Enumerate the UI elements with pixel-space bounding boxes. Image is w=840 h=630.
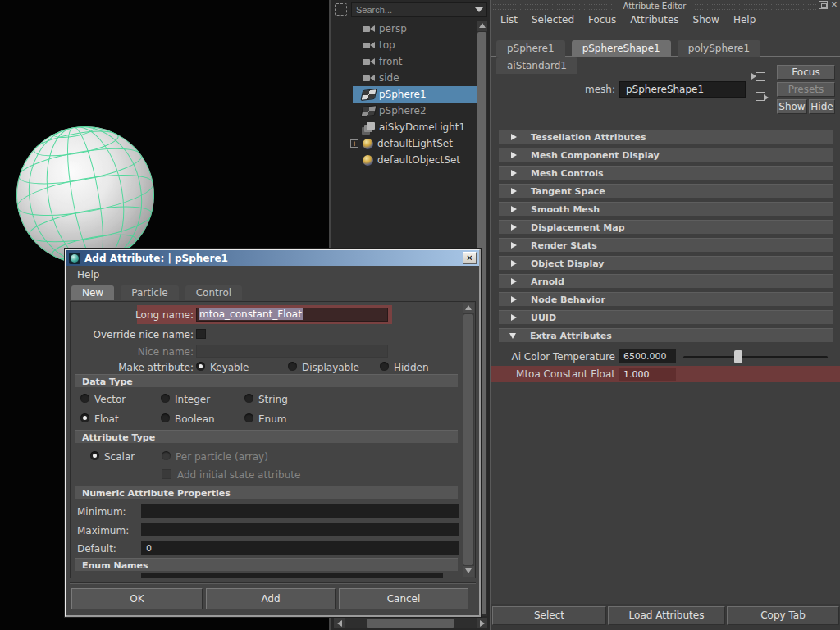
- outliner-item-persp[interactable]: persp: [331, 21, 477, 37]
- section-arnold[interactable]: Arnold: [499, 274, 833, 288]
- mesh-name-field[interactable]: pSphereShape1: [619, 81, 746, 98]
- outliner-item-top[interactable]: top: [331, 37, 477, 53]
- make-attribute-label: Make attribute:: [71, 362, 194, 373]
- menu-show[interactable]: Show: [693, 14, 719, 27]
- float-radio[interactable]: [80, 413, 89, 422]
- menu-focus[interactable]: Focus: [588, 14, 616, 27]
- hidden-label: Hidden: [394, 362, 429, 373]
- cancel-button[interactable]: Cancel: [339, 588, 468, 609]
- menu-selected[interactable]: Selected: [532, 14, 574, 27]
- presets-button[interactable]: Presets: [777, 82, 835, 97]
- ai-color-temperature-slider[interactable]: [683, 356, 828, 358]
- maya-logo-icon: [69, 253, 80, 264]
- default-input[interactable]: 0: [141, 541, 459, 555]
- section-label: Smooth Mesh: [531, 204, 600, 215]
- close-icon[interactable]: ✕: [829, 0, 839, 10]
- override-nice-name-checkbox[interactable]: [196, 329, 206, 339]
- dialog-close-icon[interactable]: ✕: [463, 252, 477, 264]
- dialog-vertical-scrollbar[interactable]: [463, 303, 474, 577]
- displayable-radio[interactable]: [288, 362, 297, 371]
- menu-attributes[interactable]: Attributes: [630, 14, 678, 27]
- section-uuid[interactable]: UUID: [499, 310, 833, 324]
- attribute-type-header[interactable]: Attribute Type: [75, 430, 458, 443]
- select-button[interactable]: Select: [492, 606, 606, 625]
- tab-aistandard1[interactable]: aiStandard1: [496, 57, 578, 74]
- outliner-item-defaultlightset[interactable]: + defaultLightSet: [331, 135, 477, 152]
- psphere-wireframe-object[interactable]: [15, 123, 156, 267]
- dialog-titlebar[interactable]: Add Attribute: | pSphere1 ✕: [66, 250, 479, 266]
- enum-names-list[interactable]: [141, 573, 443, 578]
- section-label: Extra Attributes: [530, 331, 612, 341]
- outliner-item-front[interactable]: front: [331, 53, 477, 70]
- string-radio[interactable]: [244, 394, 253, 403]
- tab-control[interactable]: Control: [185, 285, 242, 300]
- enum-names-header[interactable]: Enum Names: [75, 558, 458, 571]
- vector-radio[interactable]: [80, 394, 89, 403]
- scroll-up-icon[interactable]: [463, 303, 474, 313]
- outliner-item-psphere2[interactable]: pSphere2: [331, 103, 477, 119]
- scrollbar-thumb[interactable]: [463, 314, 473, 565]
- tab-psphereshape1[interactable]: pSphereShape1: [572, 40, 671, 57]
- long-name-input[interactable]: mtoa_constant_Float: [196, 308, 388, 322]
- add-button[interactable]: Add: [206, 588, 336, 609]
- section-mesh-component-display[interactable]: Mesh Component Display: [499, 148, 833, 162]
- maximum-input[interactable]: [141, 523, 459, 536]
- output-connection-icon[interactable]: [751, 90, 765, 102]
- section-object-display[interactable]: Object Display: [499, 256, 833, 270]
- set-icon: [363, 155, 373, 166]
- scroll-right-icon[interactable]: [477, 618, 487, 628]
- section-tessellation-attributes[interactable]: Tessellation Attributes: [499, 130, 833, 144]
- camera-icon: [363, 58, 375, 66]
- section-extra-attributes[interactable]: Extra Attributes: [499, 328, 833, 342]
- outliner-item-side[interactable]: side: [331, 70, 477, 86]
- outliner-item-defaultobjectset[interactable]: defaultObjectSet: [331, 152, 477, 168]
- outliner-item-aiskydomelight1[interactable]: aiSkyDomeLight1: [331, 119, 477, 135]
- dialog-divider: [70, 582, 476, 584]
- scroll-left-icon[interactable]: [334, 618, 345, 628]
- popout-window-icon[interactable]: [819, 1, 828, 9]
- tab-particle[interactable]: Particle: [121, 285, 178, 300]
- attribute-editor-titlebar[interactable]: Attribute Editor: [492, 1, 817, 11]
- scroll-up-icon[interactable]: [477, 21, 487, 31]
- copy-tab-button[interactable]: Copy Tab: [727, 606, 839, 625]
- scrollbar-thumb[interactable]: [367, 619, 454, 628]
- tab-psphere1[interactable]: pSphere1: [496, 40, 565, 57]
- section-label: Mesh Controls: [531, 168, 604, 179]
- focus-button[interactable]: Focus: [777, 65, 835, 80]
- search-input[interactable]: [351, 2, 487, 17]
- hide-button[interactable]: Hide: [809, 99, 835, 114]
- section-tangent-space[interactable]: Tangent Space: [499, 184, 833, 198]
- menu-help[interactable]: Help: [733, 14, 756, 27]
- integer-radio[interactable]: [161, 394, 170, 403]
- hidden-radio[interactable]: [380, 362, 389, 371]
- section-mesh-controls[interactable]: Mesh Controls: [499, 166, 833, 180]
- scalar-radio[interactable]: [90, 451, 99, 460]
- outliner-item-psphere1[interactable]: pSphere1: [331, 86, 477, 103]
- load-attributes-button[interactable]: Load Attributes: [608, 606, 725, 625]
- expand-icon[interactable]: +: [350, 139, 358, 148]
- ok-button[interactable]: OK: [71, 588, 203, 609]
- section-smooth-mesh[interactable]: Smooth Mesh: [499, 202, 833, 216]
- keyable-radio[interactable]: [196, 362, 205, 371]
- numeric-attribute-properties-header[interactable]: Numeric Attribute Properties: [75, 486, 458, 499]
- slider-handle[interactable]: [734, 350, 742, 363]
- input-connection-icon[interactable]: [751, 71, 765, 82]
- minimum-input[interactable]: [141, 504, 459, 518]
- tab-polysphere1[interactable]: polySphere1: [678, 40, 760, 57]
- menu-list[interactable]: List: [500, 14, 518, 27]
- search-dropdown-icon[interactable]: [475, 7, 483, 12]
- ai-color-temperature-field[interactable]: 6500.000: [619, 349, 676, 363]
- boolean-radio[interactable]: [161, 413, 170, 422]
- mtoa-constant-float-field[interactable]: 1.000: [619, 368, 676, 381]
- filter-icon[interactable]: [335, 3, 347, 16]
- section-displacement-map[interactable]: Displacement Map: [499, 220, 833, 234]
- section-render-stats[interactable]: Render Stats: [499, 238, 833, 252]
- tab-new[interactable]: New: [71, 285, 114, 300]
- outliner-horizontal-scrollbar[interactable]: [334, 618, 487, 628]
- data-type-header[interactable]: Data Type: [75, 374, 458, 387]
- show-button[interactable]: Show: [777, 99, 807, 114]
- section-node-behavior[interactable]: Node Behavior: [499, 292, 833, 306]
- dialog-menu-help[interactable]: Help: [77, 269, 99, 281]
- scroll-down-icon[interactable]: [463, 566, 474, 577]
- enum-radio[interactable]: [244, 413, 253, 422]
